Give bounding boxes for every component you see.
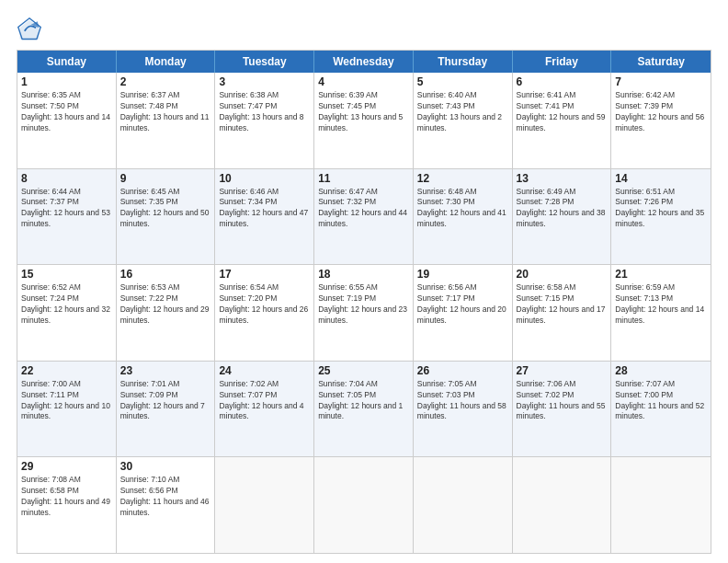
cell-info: Sunrise: 6:53 AMSunset: 7:22 PMDaylight:… xyxy=(120,282,211,327)
calendar-cell: 23Sunrise: 7:01 AMSunset: 7:09 PMDayligh… xyxy=(117,362,216,457)
day-number: 10 xyxy=(219,172,310,185)
day-number: 22 xyxy=(21,364,112,377)
day-number: 19 xyxy=(417,268,508,281)
day-number: 24 xyxy=(219,364,310,377)
cell-info: Sunrise: 7:04 AMSunset: 7:05 PMDaylight:… xyxy=(318,379,409,423)
calendar-cell: 19Sunrise: 6:56 AMSunset: 7:17 PMDayligh… xyxy=(414,265,513,361)
calendar-cell xyxy=(314,457,414,553)
day-number: 5 xyxy=(417,75,508,88)
day-number: 30 xyxy=(120,460,211,473)
calendar-cell: 11Sunrise: 6:47 AMSunset: 7:32 PMDayligh… xyxy=(314,169,414,265)
calendar-cell xyxy=(414,457,513,553)
day-number: 28 xyxy=(615,364,707,377)
day-number: 15 xyxy=(21,268,112,281)
cell-info: Sunrise: 6:48 AMSunset: 7:30 PMDaylight:… xyxy=(417,187,508,231)
cell-info: Sunrise: 7:01 AMSunset: 7:09 PMDaylight:… xyxy=(120,379,211,423)
cell-info: Sunrise: 6:47 AMSunset: 7:32 PMDaylight:… xyxy=(318,187,409,231)
day-number: 7 xyxy=(615,75,707,88)
cell-info: Sunrise: 6:37 AMSunset: 7:48 PMDaylight:… xyxy=(120,90,211,134)
calendar-cell: 2Sunrise: 6:37 AMSunset: 7:48 PMDaylight… xyxy=(117,73,216,168)
cell-info: Sunrise: 6:46 AMSunset: 7:34 PMDaylight:… xyxy=(219,187,310,231)
cell-info: Sunrise: 6:41 AMSunset: 7:41 PMDaylight:… xyxy=(517,90,608,134)
cell-info: Sunrise: 7:10 AMSunset: 6:56 PMDaylight:… xyxy=(120,475,211,519)
cell-info: Sunrise: 7:00 AMSunset: 7:11 PMDaylight:… xyxy=(21,379,112,423)
cell-info: Sunrise: 6:54 AMSunset: 7:20 PMDaylight:… xyxy=(219,282,310,327)
day-number: 2 xyxy=(120,75,211,88)
calendar-week: 8Sunrise: 6:44 AMSunset: 7:37 PMDaylight… xyxy=(17,168,711,265)
calendar-week: 29Sunrise: 7:08 AMSunset: 6:58 PMDayligh… xyxy=(17,456,711,553)
calendar-cell: 26Sunrise: 7:05 AMSunset: 7:03 PMDayligh… xyxy=(414,362,513,457)
calendar-cell: 8Sunrise: 6:44 AMSunset: 7:37 PMDaylight… xyxy=(17,169,117,265)
cell-info: Sunrise: 6:49 AMSunset: 7:28 PMDaylight:… xyxy=(517,187,608,231)
day-number: 8 xyxy=(21,172,112,185)
header-day: Thursday xyxy=(414,51,513,73)
calendar-cell: 27Sunrise: 7:06 AMSunset: 7:02 PMDayligh… xyxy=(513,362,612,457)
cell-info: Sunrise: 6:44 AMSunset: 7:37 PMDaylight:… xyxy=(21,187,112,231)
calendar-cell: 29Sunrise: 7:08 AMSunset: 6:58 PMDayligh… xyxy=(17,457,117,553)
calendar-cell: 9Sunrise: 6:45 AMSunset: 7:35 PMDaylight… xyxy=(117,169,216,265)
calendar-cell: 4Sunrise: 6:39 AMSunset: 7:45 PMDaylight… xyxy=(314,73,414,168)
header-day: Sunday xyxy=(17,51,117,73)
day-number: 23 xyxy=(120,364,211,377)
cell-info: Sunrise: 6:56 AMSunset: 7:17 PMDaylight:… xyxy=(417,282,508,327)
cell-info: Sunrise: 6:59 AMSunset: 7:13 PMDaylight:… xyxy=(615,282,707,327)
calendar-cell: 16Sunrise: 6:53 AMSunset: 7:22 PMDayligh… xyxy=(117,265,216,361)
day-number: 9 xyxy=(120,172,211,185)
day-number: 11 xyxy=(318,172,409,185)
header-day: Tuesday xyxy=(215,51,314,73)
day-number: 21 xyxy=(615,268,707,281)
header-day: Monday xyxy=(117,51,216,73)
cell-info: Sunrise: 7:02 AMSunset: 7:07 PMDaylight:… xyxy=(219,379,310,423)
calendar: SundayMondayTuesdayWednesdayThursdayFrid… xyxy=(17,50,711,554)
calendar-cell: 15Sunrise: 6:52 AMSunset: 7:24 PMDayligh… xyxy=(17,265,117,361)
day-number: 13 xyxy=(517,172,608,185)
day-number: 6 xyxy=(517,75,608,88)
cell-info: Sunrise: 7:08 AMSunset: 6:58 PMDaylight:… xyxy=(21,475,112,519)
calendar-cell: 20Sunrise: 6:58 AMSunset: 7:15 PMDayligh… xyxy=(513,265,612,361)
calendar-cell: 22Sunrise: 7:00 AMSunset: 7:11 PMDayligh… xyxy=(17,362,117,457)
calendar-cell: 21Sunrise: 6:59 AMSunset: 7:13 PMDayligh… xyxy=(611,265,711,361)
day-number: 12 xyxy=(417,172,508,185)
day-number: 20 xyxy=(517,268,608,281)
cell-info: Sunrise: 6:40 AMSunset: 7:43 PMDaylight:… xyxy=(417,90,508,134)
calendar-cell: 10Sunrise: 6:46 AMSunset: 7:34 PMDayligh… xyxy=(215,169,314,265)
cell-info: Sunrise: 6:55 AMSunset: 7:19 PMDaylight:… xyxy=(318,282,409,327)
calendar-body: 1Sunrise: 6:35 AMSunset: 7:50 PMDaylight… xyxy=(17,73,711,553)
calendar-cell: 14Sunrise: 6:51 AMSunset: 7:26 PMDayligh… xyxy=(611,169,711,265)
logo-icon xyxy=(17,17,42,42)
calendar-cell xyxy=(215,457,314,553)
calendar-cell: 13Sunrise: 6:49 AMSunset: 7:28 PMDayligh… xyxy=(513,169,612,265)
calendar-cell xyxy=(611,457,711,553)
calendar-cell: 30Sunrise: 7:10 AMSunset: 6:56 PMDayligh… xyxy=(117,457,216,553)
calendar-week: 15Sunrise: 6:52 AMSunset: 7:24 PMDayligh… xyxy=(17,264,711,361)
logo xyxy=(17,17,46,42)
cell-info: Sunrise: 6:52 AMSunset: 7:24 PMDaylight:… xyxy=(21,282,112,327)
calendar-week: 1Sunrise: 6:35 AMSunset: 7:50 PMDaylight… xyxy=(17,73,711,168)
calendar-cell: 6Sunrise: 6:41 AMSunset: 7:41 PMDaylight… xyxy=(513,73,612,168)
day-number: 4 xyxy=(318,75,409,88)
day-number: 29 xyxy=(21,460,112,473)
day-number: 27 xyxy=(517,364,608,377)
calendar-cell: 7Sunrise: 6:42 AMSunset: 7:39 PMDaylight… xyxy=(611,73,711,168)
cell-info: Sunrise: 7:07 AMSunset: 7:00 PMDaylight:… xyxy=(615,379,707,423)
day-number: 14 xyxy=(615,172,707,185)
calendar-cell: 18Sunrise: 6:55 AMSunset: 7:19 PMDayligh… xyxy=(314,265,414,361)
day-number: 17 xyxy=(219,268,310,281)
page: SundayMondayTuesdayWednesdayThursdayFrid… xyxy=(0,0,728,563)
day-number: 1 xyxy=(21,75,112,88)
calendar-cell: 25Sunrise: 7:04 AMSunset: 7:05 PMDayligh… xyxy=(314,362,414,457)
header-day: Saturday xyxy=(611,51,711,73)
calendar-cell xyxy=(513,457,612,553)
calendar-cell: 3Sunrise: 6:38 AMSunset: 7:47 PMDaylight… xyxy=(215,73,314,168)
cell-info: Sunrise: 6:38 AMSunset: 7:47 PMDaylight:… xyxy=(219,90,310,134)
day-number: 25 xyxy=(318,364,409,377)
cell-info: Sunrise: 6:35 AMSunset: 7:50 PMDaylight:… xyxy=(21,90,112,134)
header-day: Wednesday xyxy=(314,51,414,73)
header-day: Friday xyxy=(513,51,612,73)
calendar-cell: 28Sunrise: 7:07 AMSunset: 7:00 PMDayligh… xyxy=(611,362,711,457)
day-number: 3 xyxy=(219,75,310,88)
calendar-cell: 17Sunrise: 6:54 AMSunset: 7:20 PMDayligh… xyxy=(215,265,314,361)
day-number: 26 xyxy=(417,364,508,377)
header xyxy=(17,17,711,42)
cell-info: Sunrise: 6:51 AMSunset: 7:26 PMDaylight:… xyxy=(615,187,707,231)
